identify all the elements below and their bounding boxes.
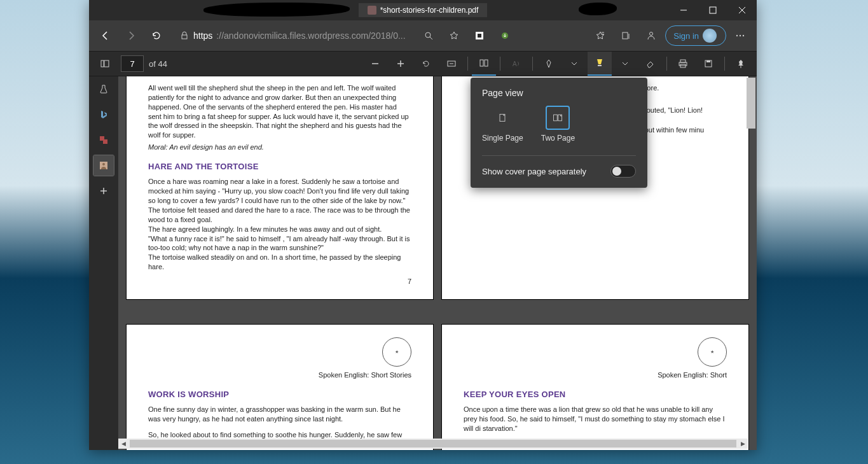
url-scheme: https bbox=[193, 31, 212, 41]
contents-button[interactable] bbox=[93, 52, 117, 76]
page-input[interactable] bbox=[121, 55, 144, 72]
favorite-button[interactable] bbox=[443, 24, 465, 47]
p7-b2d: "What a funny race it is!" he said to hi… bbox=[148, 234, 411, 253]
p7-b2a: Once a hare was roaming near a lake in a… bbox=[148, 177, 411, 206]
profile-button[interactable] bbox=[640, 24, 663, 47]
pdf-viewer[interactable]: All went well till the shepherd shut the… bbox=[118, 76, 757, 450]
draw-button[interactable] bbox=[537, 52, 561, 76]
p7-title2: HARE AND THE TORTOISE bbox=[148, 161, 411, 172]
seal-icon: ★ bbox=[382, 337, 411, 367]
p10-b1: Once upon a time there was a lion that g… bbox=[464, 405, 727, 433]
svg-rect-42 bbox=[554, 115, 558, 121]
tab-title: *short-stories-for-children.pdf bbox=[380, 6, 479, 15]
page-7: All went well till the shepherd shut the… bbox=[126, 76, 434, 300]
minimize-button[interactable] bbox=[669, 0, 698, 20]
svg-rect-18 bbox=[101, 60, 104, 67]
erase-button[interactable] bbox=[638, 52, 663, 76]
window-controls bbox=[669, 0, 757, 20]
svg-point-15 bbox=[736, 35, 738, 36]
svg-rect-29 bbox=[680, 60, 685, 62]
print-button[interactable] bbox=[671, 52, 695, 76]
svg-line-6 bbox=[430, 37, 432, 39]
cover-toggle[interactable] bbox=[610, 165, 636, 178]
p9-b1: One fine sunny day in winter, a grasshop… bbox=[148, 405, 411, 424]
tracking-button[interactable] bbox=[468, 24, 491, 47]
svg-rect-12 bbox=[623, 32, 628, 39]
single-page-label: Single Page bbox=[482, 134, 523, 143]
zoom-in-button[interactable] bbox=[389, 52, 413, 76]
rail-translate-icon[interactable] bbox=[93, 130, 114, 150]
tab-current[interactable]: *short-stories-for-children.pdf bbox=[359, 3, 488, 17]
collections-button[interactable] bbox=[614, 24, 637, 47]
svg-point-16 bbox=[740, 35, 741, 36]
redaction-mark bbox=[203, 3, 350, 17]
svg-point-5 bbox=[425, 32, 431, 38]
seal-icon: ★ bbox=[698, 337, 727, 367]
maximize-button[interactable] bbox=[698, 0, 727, 20]
horizontal-scrollbar[interactable]: ◀ ▶ bbox=[118, 439, 748, 449]
address-bar[interactable]: https://andonovicmilica.files.wordpress.… bbox=[176, 28, 410, 43]
svg-rect-28 bbox=[598, 65, 602, 66]
svg-rect-19 bbox=[104, 60, 109, 67]
more-button[interactable] bbox=[729, 24, 752, 47]
pdf-toolbar: of 44 A bbox=[89, 51, 757, 76]
file-icon bbox=[368, 6, 376, 15]
fit-button[interactable] bbox=[439, 52, 464, 76]
p7-b2e: The tortoise walked steadily on and on. … bbox=[148, 253, 411, 272]
popup-title: Page view bbox=[482, 88, 636, 98]
back-button[interactable] bbox=[94, 24, 117, 47]
svg-point-17 bbox=[743, 35, 744, 36]
side-rail bbox=[89, 76, 118, 450]
app-window: *short-stories-for-children.pdf https://… bbox=[89, 0, 757, 450]
close-button[interactable] bbox=[727, 0, 757, 20]
pin-toolbar-button[interactable] bbox=[729, 52, 753, 76]
p10-sub: Spoken English: Short bbox=[464, 370, 727, 380]
svg-rect-43 bbox=[558, 115, 562, 121]
lock-icon bbox=[179, 31, 189, 41]
p9-sub: Spoken English: Short Stories bbox=[148, 370, 411, 380]
rail-flask-icon[interactable] bbox=[93, 79, 114, 99]
svg-rect-4 bbox=[182, 35, 187, 39]
highlight-button[interactable] bbox=[588, 52, 612, 76]
zoom-out-button[interactable] bbox=[363, 52, 387, 76]
url-path: ://andonovicmilica.files.wordpress.com/2… bbox=[216, 31, 405, 41]
redaction-mark bbox=[579, 3, 617, 15]
signin-label: Sign in bbox=[673, 31, 699, 41]
p7-number: 7 bbox=[148, 277, 411, 286]
single-page-option[interactable]: Single Page bbox=[482, 107, 523, 143]
rail-profile-icon[interactable] bbox=[93, 155, 114, 176]
save-button[interactable] bbox=[696, 52, 720, 76]
svg-rect-8 bbox=[478, 34, 481, 38]
scroll-right-icon[interactable]: ▶ bbox=[738, 439, 748, 449]
page-view-button[interactable] bbox=[472, 52, 496, 76]
cover-label: Show cover page separately bbox=[482, 167, 586, 176]
rotate-button[interactable] bbox=[414, 52, 438, 76]
p7-body1: All went well till the shepherd shut the… bbox=[148, 83, 411, 140]
zoom-icon[interactable] bbox=[417, 24, 440, 47]
downloads-button[interactable] bbox=[493, 24, 516, 47]
svg-rect-25 bbox=[480, 60, 483, 66]
signin-button[interactable]: Sign in bbox=[665, 25, 726, 46]
scroll-thumb[interactable] bbox=[130, 440, 736, 447]
rail-bing-icon[interactable] bbox=[93, 104, 114, 125]
scroll-left-icon[interactable]: ◀ bbox=[118, 439, 128, 449]
two-page-option[interactable]: Two Page bbox=[541, 107, 575, 143]
favorites-bar-button[interactable] bbox=[589, 24, 612, 47]
page-view-popup: Page view Single Page Two Page Show cove… bbox=[471, 78, 647, 188]
p7-b2b: The tortoise felt teased and dared the h… bbox=[148, 206, 411, 225]
page-9: ★ Spoken English: Short Stories WORK IS … bbox=[126, 324, 434, 450]
svg-rect-1 bbox=[710, 7, 716, 13]
svg-text:A: A bbox=[513, 60, 517, 67]
svg-rect-33 bbox=[706, 60, 710, 62]
svg-rect-26 bbox=[485, 60, 488, 66]
draw-chevron[interactable] bbox=[562, 52, 586, 76]
forward-button[interactable] bbox=[120, 24, 142, 47]
highlight-chevron[interactable] bbox=[613, 52, 637, 76]
vertical-scroll-thumb[interactable] bbox=[747, 78, 755, 129]
rail-add-icon[interactable] bbox=[93, 181, 114, 201]
page-10: ★ Spoken English: Short KEEP YOUR EYES O… bbox=[441, 324, 749, 450]
refresh-button[interactable] bbox=[145, 24, 168, 47]
read-aloud-button[interactable]: A bbox=[504, 52, 528, 76]
svg-rect-36 bbox=[103, 139, 107, 144]
title-bar: *short-stories-for-children.pdf bbox=[89, 0, 757, 20]
